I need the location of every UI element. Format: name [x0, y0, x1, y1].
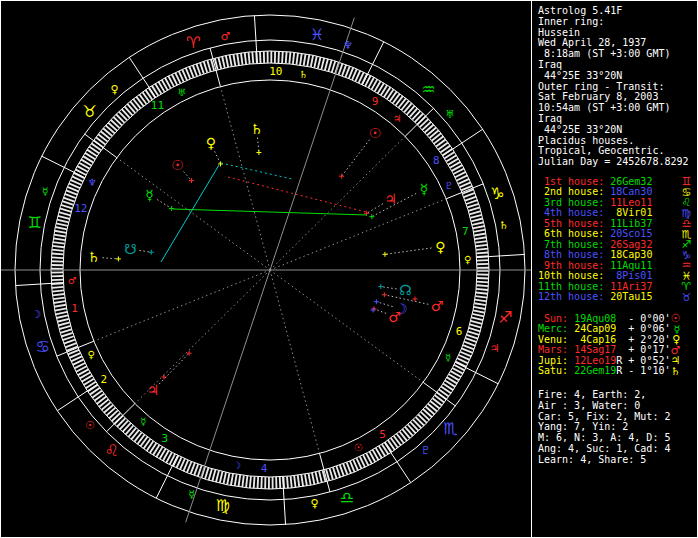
sign-ruler-icon-saturn: ♄	[499, 219, 509, 232]
house-cusp-line	[94, 270, 270, 341]
sign-glyph-sagittarius: ♐	[498, 308, 512, 327]
sign-glyph-cancer: ♋	[35, 337, 49, 356]
natal-planet-south-node: ☋	[124, 241, 136, 257]
aspect-line	[161, 165, 219, 262]
sign-ruler-icon-venus: ♀	[110, 83, 118, 96]
natal-pointer-line	[157, 200, 171, 209]
aspect-line	[173, 209, 367, 215]
sign-ruler-icon-venus: ♀	[311, 497, 319, 510]
transit-dot-venus	[382, 252, 387, 257]
transit-dot-mars	[382, 292, 387, 297]
sign-glyph-pisces: ♓	[310, 25, 324, 44]
natal-dot-sun	[189, 178, 194, 183]
transit-planet-mercury: ☿	[420, 181, 429, 197]
sign-ruler-icon-jupiter: ♃	[490, 342, 500, 355]
house-ruler-icon-neptune: ♆	[88, 177, 97, 188]
zodiac-sign-icon: ♉	[681, 293, 691, 303]
planet-row: Satu: 22Gem19R - 1°10'♄	[538, 366, 698, 377]
house-number-11: 11	[151, 99, 164, 112]
house-number-2: 2	[100, 373, 107, 386]
natal-planet-north-node: ☊	[399, 282, 411, 298]
house-cusp-line	[320, 453, 330, 492]
header-line: Inner ring:	[538, 17, 698, 28]
house-number-9: 9	[372, 95, 379, 108]
sign-glyph-libra: ♎	[340, 488, 354, 507]
natal-dot-north-node	[378, 284, 383, 289]
house-number-3: 3	[162, 432, 169, 445]
house-number-5: 5	[379, 428, 386, 441]
position-dot	[371, 308, 376, 313]
transit-planet-jupiter: ♃	[147, 382, 160, 398]
transit-pointer-line	[385, 248, 432, 254]
sign-glyph-leo: ♌	[104, 441, 118, 460]
planet-icon: ♄	[670, 367, 680, 377]
natal-planet-saturn: ♄	[250, 121, 263, 137]
house-number-8: 8	[433, 154, 440, 167]
sign-glyph-taurus: ♉	[83, 102, 97, 121]
sign-glyph-scorpio: ♏	[443, 419, 457, 438]
house-cusp-line	[270, 270, 320, 453]
aspect-line	[228, 177, 366, 212]
natal-pointer-line	[215, 151, 221, 164]
natal-planet-sun: ☉	[171, 157, 184, 173]
header-line: 8:18am (ST +3:00 GMT)	[538, 49, 698, 60]
header-line: Julian Day = 2452678.8292	[538, 157, 698, 168]
house-ruler-icon-uranus: ♅	[177, 87, 186, 98]
transit-dot-saturn	[116, 256, 121, 261]
house-ruler-icon-mars: ♂	[68, 275, 77, 286]
transit-pointer-line	[342, 140, 370, 177]
chart-wheel: ♈♂♉♀♊☿♋☽♌☉♍☿♎♀♏♇♐♃♑♄♒♅♓♆1♂2♀3☿4☽5☉6☿7♀8♇…	[1, 1, 531, 537]
house-number-10: 10	[269, 65, 282, 78]
house-ruler-icon-venus: ♀	[464, 254, 471, 265]
house-ruler-icon-jupiter: ♃	[393, 113, 402, 124]
aspect-line	[221, 163, 292, 179]
position-dot	[413, 297, 418, 302]
house-ruler-icon-saturn: ♄	[299, 69, 308, 80]
natal-pointer-line	[374, 309, 386, 314]
house-cusp-line	[210, 48, 220, 87]
sign-glyph-virgo: ♍	[216, 496, 230, 515]
house-ruler-icon-mercury: ☿	[445, 352, 451, 363]
sign-ruler-icon-neptune: ♆	[343, 39, 353, 52]
sign-glyph-gemini: ♊	[27, 213, 41, 232]
house-number-1: 1	[71, 302, 78, 315]
transit-planet-mars: ♂	[431, 298, 444, 314]
natal-planet-jupiter: ♃	[384, 191, 397, 207]
house-table: 1st house: 26Gem32♊ 2nd house: 18Can30♋ …	[538, 177, 698, 303]
house-row: 12th house: 20Tau15♉	[538, 292, 698, 303]
planet-table: Sun: 19Aqu08 - 0°00'☉Merc: 24Cap09 + 0°0…	[538, 314, 698, 377]
natal-pointer-line	[184, 172, 192, 181]
chart-header: Astrolog 5.41FInner ring:HusseinWed Apri…	[538, 6, 698, 168]
house-cusp-line	[117, 158, 270, 270]
house-number-4: 4	[261, 462, 268, 475]
transit-planet-saturn: ♄	[87, 249, 100, 265]
house-number-12: 12	[74, 202, 87, 215]
summary-line: Air : 3, Water: 0	[538, 401, 698, 412]
natal-planet-venus: ♀	[206, 135, 216, 151]
sign-glyph-aquarius: ♒	[421, 80, 435, 99]
natal-pointer-line	[376, 302, 392, 307]
house-ruler-icon-pluto: ♇	[444, 180, 453, 191]
sign-ruler-icon-mars: ♂	[220, 30, 230, 43]
natal-dot-moon	[374, 299, 379, 304]
header-line: 10:54am (ST +3:00 GMT)	[538, 103, 698, 114]
house-cusp-line	[220, 87, 270, 270]
sign-ruler-icon-moon: ☽	[31, 308, 41, 321]
transit-planet-venus: ♀	[435, 239, 445, 255]
natal-dot-saturn	[256, 150, 261, 155]
transit-planet-sun: ☉	[369, 125, 382, 141]
sign-ruler-icon-pluto: ♇	[421, 444, 431, 457]
sign-ruler-icon-uranus: ♅	[445, 108, 455, 121]
position-dot	[162, 375, 167, 380]
sign-glyph-capricorn: ♑	[490, 184, 504, 203]
house-cusp-line	[270, 199, 446, 270]
house-number-7: 7	[462, 225, 469, 238]
sign-ruler-icon-mercury: ☿	[42, 185, 49, 198]
natal-planet-mercury: ☿	[145, 187, 154, 203]
natal-dot-south-node	[149, 250, 154, 255]
summary-line: Learn: 4, Share: 5	[538, 455, 698, 466]
info-panel: Astrolog 5.41FInner ring:HusseinWed Apri…	[531, 1, 698, 537]
transit-dot-sun	[339, 174, 344, 179]
header-line: 44°25E 33°20N	[538, 125, 698, 136]
house-ruler-icon-sun: ☉	[354, 442, 363, 453]
